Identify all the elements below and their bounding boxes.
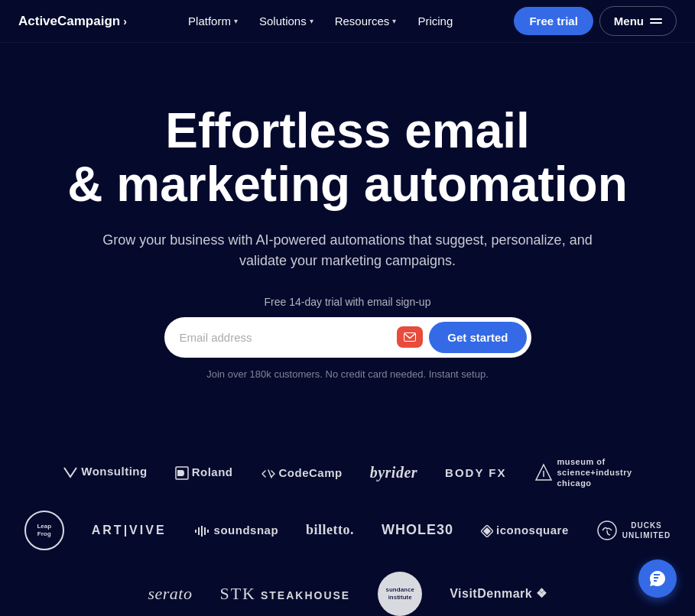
svg-rect-5 bbox=[195, 530, 196, 533]
list-item: ART|VIVE bbox=[92, 524, 167, 537]
svg-rect-9 bbox=[207, 530, 209, 533]
logos-row-2: LeapFrog ART|VIVE soundsnap billetto. WH… bbox=[31, 511, 664, 550]
nav-resources[interactable]: Resources ▾ bbox=[326, 8, 406, 34]
email-icon bbox=[397, 326, 423, 348]
list-item: sundanceinstitute bbox=[378, 572, 422, 616]
logo-whole30: WHOLE30 bbox=[382, 522, 453, 538]
list-item: STKSTEAKHOUSE bbox=[219, 584, 350, 604]
hero-title: Effortless email & marketing automation bbox=[50, 104, 646, 212]
brand-arrow: › bbox=[123, 15, 127, 28]
list-item: Roland bbox=[175, 465, 233, 480]
list-item: LeapFrog bbox=[24, 511, 64, 550]
list-item: soundsnap bbox=[194, 524, 279, 537]
logo-leapfrog: LeapFrog bbox=[24, 511, 64, 550]
logo-serato: serato bbox=[148, 584, 192, 604]
svg-rect-7 bbox=[201, 526, 203, 537]
list-item: CodeCamp bbox=[261, 466, 343, 479]
chevron-down-icon: ▾ bbox=[310, 17, 313, 25]
nav-solutions[interactable]: Solutions ▾ bbox=[250, 8, 323, 34]
logo-artivive: ART|VIVE bbox=[92, 524, 167, 537]
hamburger-icon bbox=[650, 18, 662, 24]
list-item: VisitDenmark ❖ bbox=[450, 586, 547, 601]
list-item: WHOLE30 bbox=[382, 522, 453, 538]
logos-row-3: serato STKSTEAKHOUSE sundanceinstitute V… bbox=[31, 572, 664, 616]
email-input[interactable] bbox=[180, 331, 391, 344]
logo-stk: STKSTEAKHOUSE bbox=[219, 584, 350, 604]
chat-button[interactable] bbox=[638, 559, 677, 598]
logo-codecamp: CodeCamp bbox=[261, 466, 343, 479]
trial-label: Free 14-day trial with email sign-up bbox=[31, 296, 664, 308]
email-form: Get started bbox=[164, 317, 531, 358]
logo-iconosquare: iconosquare bbox=[481, 524, 569, 537]
logo-billetto: billetto. bbox=[306, 522, 354, 538]
hero-section: Effortless email & marketing automation … bbox=[0, 43, 695, 426]
logo-visitdenmark: VisitDenmark ❖ bbox=[450, 586, 547, 601]
free-trial-button[interactable]: Free trial bbox=[514, 7, 593, 35]
list-item: serato bbox=[148, 584, 192, 604]
logo-roland: Roland bbox=[175, 465, 233, 480]
social-proof: Join over 180k customers. No credit card… bbox=[31, 368, 664, 380]
logos-row-1: Wonsulting Roland CodeCamp byrider BODY … bbox=[31, 456, 664, 489]
logos-section: Wonsulting Roland CodeCamp byrider BODY … bbox=[0, 426, 695, 616]
navbar: ActiveCampaign › Platform ▾ Solutions ▾ … bbox=[0, 0, 695, 43]
nav-platform[interactable]: Platform ▾ bbox=[179, 8, 247, 34]
logo-wonsulting: Wonsulting bbox=[63, 465, 147, 480]
list-item: iconosquare bbox=[481, 524, 569, 537]
list-item: Wonsulting bbox=[63, 465, 147, 480]
logo-museum: museum ofscience+industrychicago bbox=[534, 456, 632, 489]
brand-name: ActiveCampaign bbox=[18, 14, 120, 29]
nav-pricing[interactable]: Pricing bbox=[408, 8, 462, 34]
list-item: BODY FX bbox=[445, 466, 506, 479]
svg-rect-8 bbox=[204, 527, 206, 535]
logo-bodyfx: BODY FX bbox=[445, 466, 506, 479]
logo-soundsnap: soundsnap bbox=[194, 524, 279, 537]
brand-logo[interactable]: ActiveCampaign › bbox=[18, 14, 127, 29]
nav-links: Platform ▾ Solutions ▾ Resources ▾ Prici… bbox=[179, 8, 462, 34]
list-item: byrider bbox=[370, 464, 417, 481]
logo-sundance: sundanceinstitute bbox=[378, 572, 422, 616]
list-item: museum ofscience+industrychicago bbox=[534, 456, 632, 489]
hero-subtitle: Grow your business with AI-powered autom… bbox=[96, 230, 600, 271]
svg-rect-6 bbox=[198, 527, 200, 535]
logo-ducks: DUCKSUNLIMITED bbox=[596, 520, 671, 541]
list-item: billetto. bbox=[306, 522, 354, 538]
list-item: DUCKSUNLIMITED bbox=[596, 520, 671, 541]
menu-button[interactable]: Menu bbox=[599, 6, 677, 36]
logo-byrider: byrider bbox=[370, 464, 417, 481]
nav-actions: Free trial Menu bbox=[514, 6, 677, 36]
chevron-down-icon: ▾ bbox=[234, 17, 238, 25]
get-started-button[interactable]: Get started bbox=[429, 322, 526, 353]
chevron-down-icon: ▾ bbox=[392, 17, 396, 25]
